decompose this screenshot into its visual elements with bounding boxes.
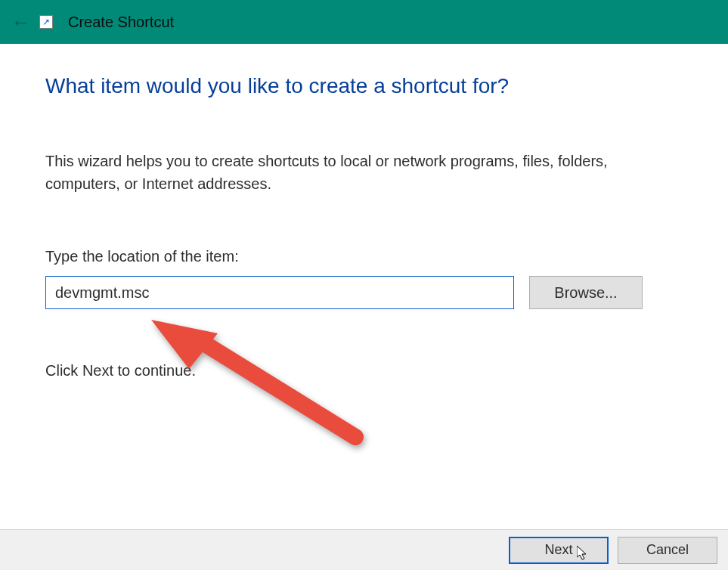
shortcut-icon <box>39 15 53 29</box>
location-row: Browse... <box>45 276 683 309</box>
wizard-description: This wizard helps you to create shortcut… <box>45 150 665 195</box>
cursor-icon <box>577 546 589 561</box>
wizard-heading: What item would you like to create a sho… <box>45 74 683 98</box>
svg-line-1 <box>197 339 355 437</box>
cancel-button[interactable]: Cancel <box>618 537 717 564</box>
continue-text: Click Next to continue. <box>45 362 683 379</box>
location-label: Type the location of the item: <box>45 248 683 265</box>
wizard-content: What item would you like to create a sho… <box>0 44 728 529</box>
browse-button[interactable]: Browse... <box>529 276 643 309</box>
next-button-label: Next <box>544 542 572 557</box>
footer: Next Cancel <box>0 529 728 570</box>
svg-marker-3 <box>577 546 586 559</box>
back-icon: ← <box>8 12 35 32</box>
annotation-arrow-icon <box>144 305 378 456</box>
location-input[interactable] <box>45 276 514 309</box>
window-title: Create Shortcut <box>68 14 174 31</box>
titlebar: ← Create Shortcut <box>0 0 728 44</box>
next-button[interactable]: Next <box>509 537 609 564</box>
